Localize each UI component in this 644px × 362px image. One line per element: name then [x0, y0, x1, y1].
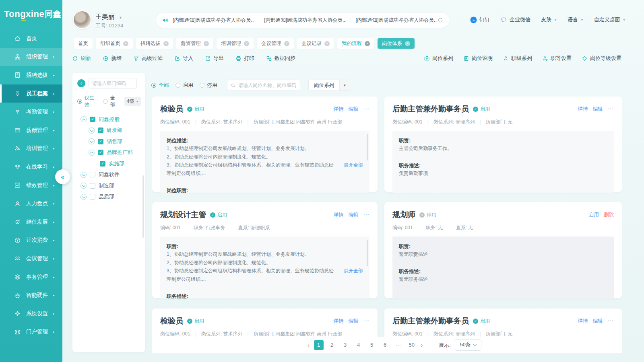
sidebar-item-employee-files[interactable]: 员工档案 ▸: [0, 84, 62, 103]
radio-active-only[interactable]: [77, 99, 82, 104]
position-level-settings-button[interactable]: 岗位等级设置: [582, 55, 621, 62]
enable-link[interactable]: 启用: [589, 212, 599, 218]
checkbox-unchecked[interactable]: [90, 183, 95, 189]
expand-node-icon[interactable]: [80, 194, 87, 200]
edit-link[interactable]: 编辑: [593, 106, 603, 113]
tab-training[interactable]: 培训管理×: [217, 38, 254, 49]
more-actions-icon[interactable]: ···: [363, 106, 370, 113]
next-page-icon[interactable]: ›: [420, 342, 424, 348]
sidebar-item-payroll[interactable]: 薪酬管理 ▸: [0, 121, 62, 140]
page-size-select[interactable]: 50条: [455, 339, 481, 351]
radio-status-all[interactable]: [151, 83, 156, 88]
tree-level-select[interactable]: 4级 ▼: [124, 97, 141, 106]
checkbox-checked[interactable]: ✓: [98, 150, 103, 155]
tree-node[interactable]: ✓ 实施部: [77, 158, 141, 169]
collapse-node-icon[interactable]: [89, 150, 95, 156]
detail-link[interactable]: 详情: [334, 106, 344, 113]
tree-node[interactable]: 同鑫软件: [77, 169, 141, 181]
detail-link[interactable]: 详情: [578, 106, 588, 113]
notice-item[interactable]: [内部通知]圆满成功举办省人协会员...: [356, 17, 437, 24]
checkbox-checked[interactable]: ✓: [100, 161, 105, 167]
radio-status-disabled[interactable]: [200, 83, 204, 88]
sidebar-item-metered-spend[interactable]: 计次消费 ▸: [0, 231, 62, 250]
prev-page-icon[interactable]: ‹: [307, 342, 310, 348]
notice-item[interactable]: [内部通知]圆满成功举办省人协会员...: [173, 17, 254, 24]
print-button[interactable]: 打印: [235, 55, 254, 62]
export-button[interactable]: 导出: [205, 55, 224, 62]
page-button[interactable]: 4: [354, 340, 363, 350]
add-button[interactable]: 新增: [103, 55, 122, 62]
notice-item[interactable]: [内部通知]圆满成功举办省人协会员...: [264, 17, 345, 24]
series-select[interactable]: 岗位系列 ▼: [308, 80, 350, 91]
more-actions-icon[interactable]: ···: [608, 106, 614, 113]
expand-node-icon[interactable]: [80, 183, 87, 189]
close-icon[interactable]: ×: [204, 41, 209, 46]
tab-home[interactable]: 首页: [74, 38, 93, 49]
detail-link[interactable]: 详情: [334, 318, 344, 325]
position-series-button[interactable]: 岗位系列: [424, 55, 453, 62]
scrollbar-thumb[interactable]: [367, 240, 368, 266]
wecom-link[interactable]: 企业微信: [500, 16, 530, 23]
delete-link[interactable]: 删除: [604, 212, 614, 218]
department-search-input[interactable]: [89, 78, 137, 88]
close-icon[interactable]: ×: [163, 41, 169, 46]
sidebar-item-org[interactable]: 组织管理 ▸: [0, 48, 62, 66]
sidebar-item-attendance[interactable]: 考勤管理 ▸: [0, 103, 62, 121]
user-name[interactable]: 王美丽▼: [95, 13, 122, 21]
sidebar-item-smart-hardware[interactable]: 智能硬件 ▸: [0, 286, 62, 304]
more-actions-icon[interactable]: ···: [608, 318, 614, 325]
tree-node[interactable]: ✓ 同鑫控股: [77, 114, 141, 125]
more-actions-icon[interactable]: ···: [363, 212, 370, 218]
tab-meeting-mgmt[interactable]: 会议管理×: [257, 38, 294, 49]
radio-all[interactable]: [103, 99, 108, 104]
sidebar-item-settings[interactable]: 系统设置 ▸: [0, 304, 62, 323]
tree-node[interactable]: ✓ 销售部: [77, 136, 141, 147]
page-button[interactable]: 3: [341, 340, 350, 350]
edit-link[interactable]: 编辑: [349, 318, 359, 325]
page-button[interactable]: 5: [367, 340, 377, 350]
scrollbar-thumb[interactable]: [367, 134, 368, 160]
collapse-node-icon[interactable]: [80, 116, 87, 122]
tab-meeting-records[interactable]: 会议记录×: [297, 38, 334, 49]
position-search-input[interactable]: [238, 82, 297, 88]
tree-node[interactable]: ✓ 研发部: [77, 125, 141, 136]
tab-salary[interactable]: 薪资管理×: [176, 38, 213, 49]
checkbox-unchecked[interactable]: [90, 172, 95, 177]
checkbox-checked[interactable]: ✓: [98, 139, 103, 144]
checkbox-unchecked[interactable]: [90, 194, 95, 200]
more-actions-icon[interactable]: ···: [363, 318, 370, 325]
position-description-button[interactable]: 岗位说明: [463, 55, 493, 62]
expand-node-icon[interactable]: [89, 138, 95, 144]
custom-desktop-menu[interactable]: 自定义桌面 ▼: [594, 16, 626, 23]
rank-series-button[interactable]: 职级系列: [503, 55, 532, 62]
data-sync-button[interactable]: 数据同步: [266, 55, 295, 62]
checkbox-checked[interactable]: ✓: [98, 128, 103, 133]
sidebar-item-affairs[interactable]: 事务管理 ▸: [0, 268, 62, 286]
dingtalk-link[interactable]: 钉钉: [470, 16, 490, 23]
sidebar-item-training[interactable]: 培训管理 ▸: [0, 140, 62, 158]
close-icon[interactable]: ×: [284, 41, 289, 46]
tree-node[interactable]: 制造部: [77, 180, 141, 191]
tab-my-flows[interactable]: 我的流程×: [337, 38, 374, 49]
sidebar-item-elearning[interactable]: 在线学习 ▸: [0, 158, 62, 176]
import-button[interactable]: 导入: [174, 55, 193, 62]
tab-position-system[interactable]: 岗位体系×: [378, 38, 415, 49]
close-icon[interactable]: ×: [324, 41, 330, 46]
skin-menu[interactable]: 皮肤 ▼: [541, 16, 557, 23]
close-icon[interactable]: ×: [123, 41, 128, 46]
detail-link[interactable]: 详情: [578, 318, 588, 325]
avatar[interactable]: [73, 10, 91, 29]
radio-status-enabled[interactable]: [175, 83, 180, 88]
tree-node[interactable]: 品质部: [77, 191, 141, 203]
edit-link[interactable]: 编辑: [349, 106, 359, 113]
collapse-tree-button[interactable]: ‹: [77, 79, 85, 87]
tab-org-home[interactable]: 组织首页×: [96, 38, 133, 49]
page-button[interactable]: 6: [380, 340, 390, 350]
expand-all-link[interactable]: 展开全部: [336, 161, 363, 177]
sidebar-item-recruit[interactable]: 招聘选拔 ▸: [0, 66, 62, 84]
scrollbar-thumb[interactable]: [142, 175, 144, 238]
sidebar-collapse-button[interactable]: «: [55, 169, 70, 184]
detail-link[interactable]: 详情: [334, 212, 344, 218]
edit-link[interactable]: 编辑: [593, 318, 603, 325]
tree-node[interactable]: ✓ 品牌推广部: [77, 147, 141, 158]
